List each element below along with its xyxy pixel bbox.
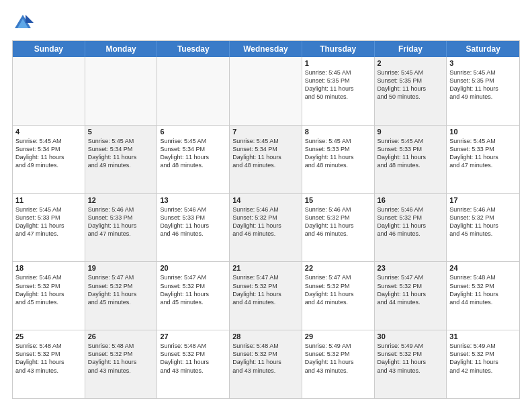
- day-number: 24: [449, 264, 517, 272]
- day-number: 28: [232, 332, 299, 340]
- cell-sun-info: Sunrise: 5:47 AM Sunset: 5:32 PM Dayligh…: [88, 273, 154, 306]
- day-number: 29: [305, 332, 371, 340]
- calendar-cell-day-24: 24Sunrise: 5:48 AM Sunset: 5:32 PM Dayli…: [447, 262, 519, 330]
- calendar-cell-day-30: 30Sunrise: 5:49 AM Sunset: 5:32 PM Dayli…: [375, 330, 447, 398]
- calendar-cell-day-28: 28Sunrise: 5:48 AM Sunset: 5:32 PM Dayli…: [230, 330, 302, 398]
- day-number: 27: [160, 332, 226, 340]
- cell-sun-info: Sunrise: 5:45 AM Sunset: 5:33 PM Dayligh…: [15, 205, 82, 238]
- cell-sun-info: Sunrise: 5:45 AM Sunset: 5:33 PM Dayligh…: [449, 137, 517, 170]
- day-number: 19: [88, 264, 154, 272]
- cell-sun-info: Sunrise: 5:46 AM Sunset: 5:32 PM Dayligh…: [449, 205, 517, 238]
- calendar-row-1: 4Sunrise: 5:45 AM Sunset: 5:34 PM Daylig…: [13, 125, 519, 193]
- calendar-cell-day-31: 31Sunrise: 5:49 AM Sunset: 5:32 PM Dayli…: [447, 330, 519, 398]
- logo-icon: [12, 12, 34, 34]
- header: [12, 12, 520, 34]
- cell-sun-info: Sunrise: 5:45 AM Sunset: 5:34 PM Dayligh…: [88, 137, 154, 170]
- calendar-cell-day-15: 15Sunrise: 5:46 AM Sunset: 5:32 PM Dayli…: [302, 194, 375, 262]
- day-number: 14: [232, 196, 299, 204]
- calendar-cell-day-29: 29Sunrise: 5:49 AM Sunset: 5:32 PM Dayli…: [302, 330, 375, 398]
- day-number: 23: [378, 264, 444, 272]
- cell-sun-info: Sunrise: 5:46 AM Sunset: 5:32 PM Dayligh…: [305, 205, 371, 238]
- cell-sun-info: Sunrise: 5:46 AM Sunset: 5:33 PM Dayligh…: [88, 205, 154, 238]
- day-number: 7: [232, 128, 299, 136]
- cell-sun-info: Sunrise: 5:45 AM Sunset: 5:33 PM Dayligh…: [305, 137, 371, 170]
- calendar-cell-day-11: 11Sunrise: 5:45 AM Sunset: 5:33 PM Dayli…: [13, 194, 85, 262]
- day-number: 16: [378, 196, 444, 204]
- day-number: 26: [88, 332, 154, 340]
- calendar-cell-day-8: 8Sunrise: 5:45 AM Sunset: 5:33 PM Daylig…: [302, 126, 375, 193]
- day-number: 22: [305, 264, 371, 272]
- calendar-row-3: 18Sunrise: 5:46 AM Sunset: 5:32 PM Dayli…: [13, 261, 519, 330]
- day-number: 8: [305, 128, 371, 136]
- day-number: 3: [449, 59, 517, 67]
- day-number: 9: [378, 128, 444, 136]
- calendar-header-wednesday: Wednesday: [230, 41, 302, 57]
- cell-sun-info: Sunrise: 5:46 AM Sunset: 5:33 PM Dayligh…: [160, 205, 226, 238]
- calendar-cell-day-5: 5Sunrise: 5:45 AM Sunset: 5:34 PM Daylig…: [85, 126, 158, 193]
- calendar-row-2: 11Sunrise: 5:45 AM Sunset: 5:33 PM Dayli…: [13, 193, 519, 262]
- calendar-cell-day-4: 4Sunrise: 5:45 AM Sunset: 5:34 PM Daylig…: [13, 126, 85, 193]
- calendar-cell-day-27: 27Sunrise: 5:48 AM Sunset: 5:32 PM Dayli…: [157, 330, 230, 398]
- calendar-cell-day-1: 1Sunrise: 5:45 AM Sunset: 5:35 PM Daylig…: [302, 57, 375, 125]
- day-number: 30: [378, 332, 444, 340]
- calendar: SundayMondayTuesdayWednesdayThursdayFrid…: [12, 40, 520, 399]
- cell-sun-info: Sunrise: 5:48 AM Sunset: 5:32 PM Dayligh…: [160, 342, 226, 375]
- day-number: 6: [160, 128, 226, 136]
- day-number: 20: [160, 264, 226, 272]
- calendar-cell-day-14: 14Sunrise: 5:46 AM Sunset: 5:32 PM Dayli…: [230, 194, 302, 262]
- calendar-cell-day-2: 2Sunrise: 5:45 AM Sunset: 5:35 PM Daylig…: [375, 57, 447, 125]
- calendar-cell-empty-0-2: [157, 57, 230, 125]
- logo: [12, 12, 38, 34]
- calendar-cell-day-6: 6Sunrise: 5:45 AM Sunset: 5:34 PM Daylig…: [157, 126, 230, 193]
- day-number: 31: [449, 332, 517, 340]
- day-number: 5: [88, 128, 154, 136]
- calendar-cell-day-21: 21Sunrise: 5:47 AM Sunset: 5:32 PM Dayli…: [230, 262, 302, 330]
- calendar-row-4: 25Sunrise: 5:48 AM Sunset: 5:32 PM Dayli…: [13, 330, 519, 398]
- cell-sun-info: Sunrise: 5:48 AM Sunset: 5:32 PM Dayligh…: [15, 342, 82, 375]
- calendar-body: 1Sunrise: 5:45 AM Sunset: 5:35 PM Daylig…: [13, 57, 519, 398]
- calendar-cell-day-26: 26Sunrise: 5:48 AM Sunset: 5:32 PM Dayli…: [85, 330, 158, 398]
- cell-sun-info: Sunrise: 5:45 AM Sunset: 5:33 PM Dayligh…: [378, 137, 444, 170]
- cell-sun-info: Sunrise: 5:47 AM Sunset: 5:32 PM Dayligh…: [232, 273, 299, 306]
- day-number: 1: [305, 59, 371, 67]
- calendar-cell-empty-0-0: [13, 57, 85, 125]
- cell-sun-info: Sunrise: 5:46 AM Sunset: 5:32 PM Dayligh…: [232, 205, 299, 238]
- calendar-cell-empty-0-1: [85, 57, 158, 125]
- svg-marker-2: [26, 15, 34, 23]
- cell-sun-info: Sunrise: 5:48 AM Sunset: 5:32 PM Dayligh…: [88, 342, 154, 375]
- calendar-cell-day-12: 12Sunrise: 5:46 AM Sunset: 5:33 PM Dayli…: [85, 194, 158, 262]
- cell-sun-info: Sunrise: 5:49 AM Sunset: 5:32 PM Dayligh…: [449, 342, 517, 375]
- calendar-cell-day-7: 7Sunrise: 5:45 AM Sunset: 5:34 PM Daylig…: [230, 126, 302, 193]
- cell-sun-info: Sunrise: 5:45 AM Sunset: 5:35 PM Dayligh…: [449, 68, 517, 101]
- calendar-cell-day-10: 10Sunrise: 5:45 AM Sunset: 5:33 PM Dayli…: [447, 126, 519, 193]
- calendar-header-thursday: Thursday: [302, 41, 375, 57]
- cell-sun-info: Sunrise: 5:48 AM Sunset: 5:32 PM Dayligh…: [449, 273, 517, 306]
- cell-sun-info: Sunrise: 5:46 AM Sunset: 5:32 PM Dayligh…: [15, 273, 82, 306]
- cell-sun-info: Sunrise: 5:49 AM Sunset: 5:32 PM Dayligh…: [305, 342, 371, 375]
- cell-sun-info: Sunrise: 5:45 AM Sunset: 5:34 PM Dayligh…: [15, 137, 82, 170]
- day-number: 2: [378, 59, 444, 67]
- calendar-cell-day-20: 20Sunrise: 5:47 AM Sunset: 5:32 PM Dayli…: [157, 262, 230, 330]
- day-number: 4: [15, 128, 82, 136]
- cell-sun-info: Sunrise: 5:45 AM Sunset: 5:34 PM Dayligh…: [232, 137, 299, 170]
- calendar-cell-day-23: 23Sunrise: 5:47 AM Sunset: 5:32 PM Dayli…: [375, 262, 447, 330]
- cell-sun-info: Sunrise: 5:48 AM Sunset: 5:32 PM Dayligh…: [232, 342, 299, 375]
- day-number: 25: [15, 332, 82, 340]
- calendar-cell-day-22: 22Sunrise: 5:47 AM Sunset: 5:32 PM Dayli…: [302, 262, 375, 330]
- calendar-cell-day-25: 25Sunrise: 5:48 AM Sunset: 5:32 PM Dayli…: [13, 330, 85, 398]
- calendar-cell-day-3: 3Sunrise: 5:45 AM Sunset: 5:35 PM Daylig…: [447, 57, 519, 125]
- day-number: 15: [305, 196, 371, 204]
- cell-sun-info: Sunrise: 5:47 AM Sunset: 5:32 PM Dayligh…: [305, 273, 371, 306]
- calendar-header-sunday: Sunday: [13, 41, 85, 57]
- cell-sun-info: Sunrise: 5:47 AM Sunset: 5:32 PM Dayligh…: [160, 273, 226, 306]
- cell-sun-info: Sunrise: 5:45 AM Sunset: 5:35 PM Dayligh…: [305, 68, 371, 101]
- cell-sun-info: Sunrise: 5:45 AM Sunset: 5:35 PM Dayligh…: [378, 68, 444, 101]
- calendar-cell-day-13: 13Sunrise: 5:46 AM Sunset: 5:33 PM Dayli…: [157, 194, 230, 262]
- calendar-header-saturday: Saturday: [447, 41, 519, 57]
- cell-sun-info: Sunrise: 5:49 AM Sunset: 5:32 PM Dayligh…: [378, 342, 444, 375]
- calendar-header-friday: Friday: [375, 41, 447, 57]
- day-number: 10: [449, 128, 517, 136]
- calendar-cell-day-16: 16Sunrise: 5:46 AM Sunset: 5:32 PM Dayli…: [375, 194, 447, 262]
- cell-sun-info: Sunrise: 5:45 AM Sunset: 5:34 PM Dayligh…: [160, 137, 226, 170]
- calendar-cell-day-19: 19Sunrise: 5:47 AM Sunset: 5:32 PM Dayli…: [85, 262, 158, 330]
